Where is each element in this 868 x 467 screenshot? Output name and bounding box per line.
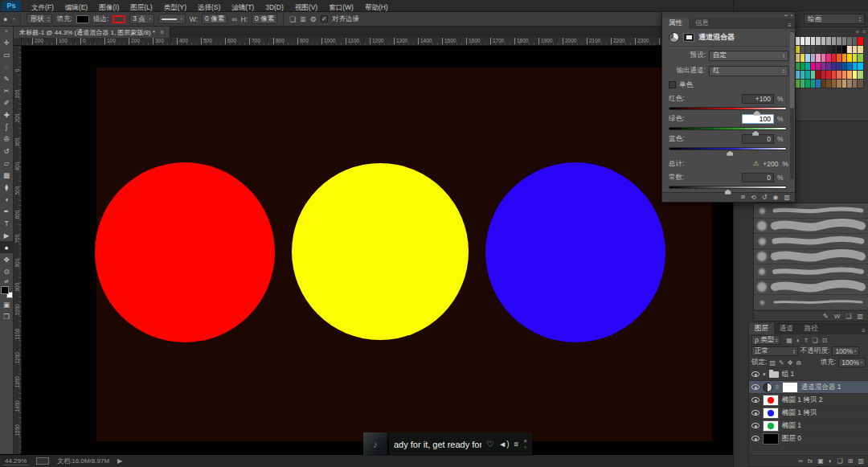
workspace-switcher[interactable]: 绘画 ▴▾: [804, 14, 865, 24]
reset-icon[interactable]: ↺: [762, 194, 768, 201]
stroke-width-dropdown[interactable]: 3 点▾: [129, 14, 154, 24]
tab-图层[interactable]: 图层: [749, 323, 774, 334]
output-channel-dropdown[interactable]: 红▴▾: [709, 66, 788, 76]
close-icon[interactable]: ▪: [791, 13, 792, 18]
filter-kind-dropdown[interactable]: ρ 类型▴▾: [751, 335, 780, 345]
add-mask-icon[interactable]: ▣: [817, 457, 824, 465]
layer-row[interactable]: 8 通道混合器 1: [749, 381, 868, 394]
menu-icon[interactable]: ≡: [862, 29, 866, 35]
clip-to-layer-icon[interactable]: ⧈: [741, 193, 745, 201]
link-layers-icon[interactable]: ∞: [798, 457, 803, 465]
pen-tool[interactable]: ✒: [0, 205, 14, 217]
brush-preset[interactable]: [754, 280, 868, 295]
tab-路径[interactable]: 路径: [799, 323, 824, 334]
new-layer-icon[interactable]: ⊞: [848, 457, 854, 465]
tool-mode-dropdown[interactable]: 形状▴▾: [27, 14, 52, 24]
gradient-tool[interactable]: ▩: [0, 169, 14, 181]
adjustment-layer-icon[interactable]: [763, 383, 772, 392]
yellow-circle[interactable]: [292, 163, 469, 340]
filter-pixel-icon[interactable]: ▦: [786, 337, 792, 344]
collapse-icon[interactable]: «: [856, 29, 859, 35]
eyedropper-tool[interactable]: ✐: [0, 96, 14, 109]
menu-item[interactable]: 文件(F): [26, 3, 59, 11]
brush-preset[interactable]: [754, 249, 868, 264]
album-art[interactable]: ♪: [363, 432, 387, 456]
zoom-level-input[interactable]: 44.29%: [3, 457, 28, 465]
layer-thumbnail[interactable]: [763, 395, 779, 406]
panel-menu-icon[interactable]: ≡: [788, 22, 795, 29]
ellipse-tool[interactable]: ●: [0, 241, 14, 253]
zoom-tool[interactable]: ⊙: [0, 265, 14, 277]
slider-handle[interactable]: [727, 151, 733, 156]
tab-通道[interactable]: 通道: [774, 323, 799, 334]
path-alignment-icon[interactable]: ≣: [300, 15, 306, 23]
layer-row[interactable]: ▾ 组 1: [749, 368, 868, 381]
lasso-tool[interactable]: ◌: [0, 60, 14, 72]
layer-row[interactable]: 椭圆 1 拷贝 2: [749, 394, 868, 407]
layer-thumbnail[interactable]: [763, 433, 779, 444]
visibility-eye-icon[interactable]: [751, 436, 760, 441]
tool-preset-arrow-icon[interactable]: ▾: [13, 18, 14, 21]
red-circle[interactable]: [95, 162, 275, 342]
collapse-icon[interactable]: ▪▪: [784, 13, 788, 18]
blend-mode-dropdown[interactable]: 正常▴▾: [751, 346, 798, 356]
fill-dropdown[interactable]: 100%▾: [838, 358, 866, 367]
visibility-eye-icon[interactable]: [751, 397, 760, 403]
gear-icon[interactable]: ⚙: [310, 15, 317, 23]
swatch[interactable]: [858, 37, 863, 46]
slider-value-input[interactable]: 0: [742, 173, 774, 182]
swatch[interactable]: [858, 54, 863, 63]
like-icon[interactable]: ♡: [486, 440, 493, 449]
visibility-eye-icon[interactable]: [751, 384, 760, 390]
layer-style-icon[interactable]: fx: [808, 457, 813, 465]
brush-tool[interactable]: ʃ: [0, 121, 14, 133]
monochrome-checkbox[interactable]: [669, 81, 676, 88]
opacity-dropdown[interactable]: 100%▾: [832, 346, 859, 356]
canvas[interactable]: [22, 46, 733, 454]
dodge-tool[interactable]: ◖: [0, 193, 14, 205]
visibility-eye-icon[interactable]: [751, 410, 760, 416]
preset-dropdown[interactable]: 自定▴▾: [709, 51, 788, 61]
foreground-background-colors[interactable]: [1, 286, 13, 298]
path-operations-icon[interactable]: ❏: [289, 15, 296, 23]
vertical-ruler[interactable]: 0100200300400500600700800900100011001200…: [14, 46, 22, 454]
visibility-eye-icon[interactable]: [751, 371, 760, 377]
slider-track[interactable]: [669, 107, 787, 110]
filter-adjustment-icon[interactable]: ◐: [796, 337, 800, 344]
slider-handle[interactable]: [752, 131, 759, 136]
menu-item[interactable]: 帮助(H): [359, 3, 394, 11]
link-dimensions-icon[interactable]: ∞: [231, 15, 236, 23]
screen-mode-icon[interactable]: ❐: [0, 310, 14, 322]
filter-shape-icon[interactable]: ❏: [813, 337, 818, 344]
foreground-color-chip[interactable]: [1, 286, 9, 294]
quick-selection-tool[interactable]: ✎: [0, 72, 14, 84]
lock-all-icon[interactable]: ⋒: [796, 359, 801, 367]
document-tab[interactable]: 未标题-1 @ 44.3% (通道混合器 1, 图层蒙版/8) * ×: [14, 27, 170, 38]
fill-color-chip[interactable]: [76, 15, 89, 23]
tab-属性[interactable]: 属性: [662, 18, 689, 29]
menu-item[interactable]: 类型(Y): [158, 3, 192, 11]
layer-thumbnail[interactable]: [763, 420, 779, 432]
layer-mask-thumbnail[interactable]: [782, 382, 798, 393]
history-brush-tool[interactable]: ↺: [0, 145, 14, 157]
healing-brush-tool[interactable]: ✚: [0, 109, 14, 121]
brush-preset[interactable]: [754, 264, 868, 280]
slider-handle[interactable]: [754, 111, 760, 116]
swatch[interactable]: [858, 46, 863, 55]
volume-icon[interactable]: ◄): [498, 440, 509, 449]
menu-item[interactable]: 滤镜(T): [226, 3, 260, 11]
wet-edges-icon[interactable]: W: [834, 313, 841, 320]
layer-row[interactable]: 椭圆 1: [749, 420, 868, 432]
view-previous-state-icon[interactable]: ⟲: [751, 194, 756, 201]
collapse-tools-icon[interactable]: »: [5, 27, 8, 36]
hand-tool[interactable]: ✥: [0, 253, 14, 265]
type-tool[interactable]: T: [0, 217, 14, 229]
lock-pixels-icon[interactable]: ✎: [779, 359, 784, 367]
swatch[interactable]: [858, 63, 863, 72]
align-edges-checkbox[interactable]: ✓: [321, 15, 328, 23]
menu-item[interactable]: 窗口(W): [323, 3, 359, 11]
shape-height-input[interactable]: 0 像素: [252, 14, 277, 24]
lock-transparency-icon[interactable]: ▨: [769, 359, 776, 367]
slider-track[interactable]: [669, 186, 787, 189]
delete-brush-icon[interactable]: ▥: [857, 313, 863, 320]
